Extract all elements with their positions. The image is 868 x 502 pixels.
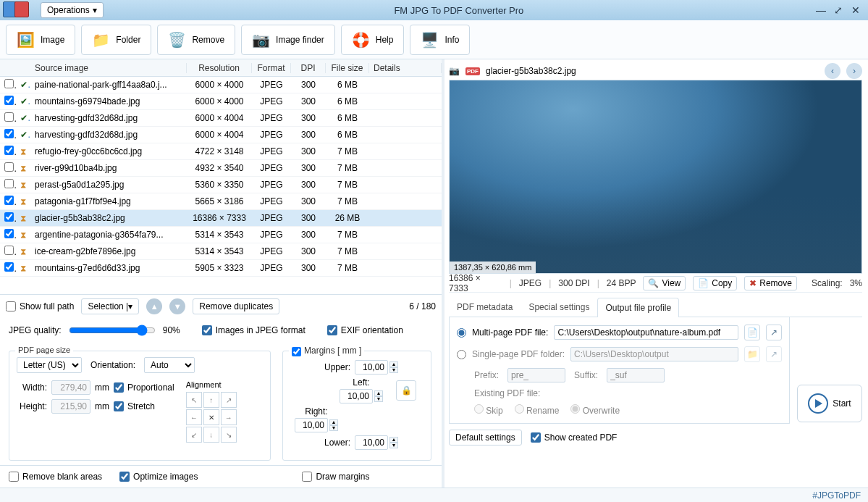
file-list[interactable]: ✔paine-national-park-gff14aa8a0.j...6000… (0, 77, 442, 294)
add-folder-button[interactable]: 📁Folder (81, 25, 151, 55)
copy-button[interactable]: 📄Copy (693, 276, 737, 290)
col-dpi[interactable]: DPI (291, 63, 326, 73)
show-full-path-checkbox[interactable]: Show full path (6, 301, 74, 311)
prefix-input[interactable] (507, 368, 565, 382)
table-row[interactable]: ⧗mountains-g7ed6d6d33.jpg5905 × 3323JPEG… (0, 260, 442, 277)
table-row[interactable]: ⧗argentine-patagonia-g3654fa79...5314 × … (0, 227, 442, 243)
rename-radio[interactable]: Rename (515, 404, 560, 416)
move-up-button[interactable]: ▲ (146, 298, 162, 314)
proportional-checkbox[interactable]: Proportional (114, 382, 174, 393)
prev-image-button[interactable]: ‹ (825, 63, 840, 79)
browse-folder-button[interactable]: 📁 (744, 346, 760, 362)
table-row[interactable]: ⧗refugio-frey-g0cc6bc6cd.jpg4722 × 3148J… (0, 143, 442, 160)
col-details[interactable]: Details (369, 63, 442, 73)
view-button[interactable]: 🔍View (643, 276, 686, 290)
margins-enable-checkbox[interactable] (292, 347, 301, 356)
row-checkbox[interactable] (4, 262, 14, 272)
move-down-button[interactable]: ▼ (169, 298, 185, 314)
skip-radio[interactable]: Skip (474, 404, 503, 416)
duplicate-check-icon: ✔ (16, 96, 30, 106)
height-input[interactable] (51, 399, 90, 414)
tab-pdf-metadata[interactable]: PDF metadata (449, 297, 521, 317)
browse-pdf-button[interactable]: 📄 (744, 325, 760, 340)
show-created-pdf-checkbox[interactable]: Show created PDF (531, 432, 618, 443)
row-checkbox[interactable] (4, 96, 14, 105)
row-dpi: 300 (291, 263, 326, 273)
maximize-button[interactable]: ⤢ (832, 4, 845, 17)
open-folder-button-2[interactable]: ↗ (766, 346, 782, 362)
margin-left-input[interactable]: ▲▼ (340, 389, 383, 403)
start-button[interactable]: Start (797, 385, 862, 422)
preview-area[interactable]: 1387,35 × 620,86 mm (449, 80, 862, 274)
margin-lower-input[interactable]: ▲▼ (355, 435, 398, 450)
row-format: JPEG (252, 80, 291, 90)
overwrite-radio[interactable]: Overwrite (570, 404, 620, 416)
row-filename: harvesting-gdfd32d68d.jpg (30, 130, 187, 140)
col-resolution[interactable]: Resolution (187, 63, 252, 73)
draw-margins-checkbox[interactable]: Draw margins (302, 472, 369, 482)
col-format[interactable]: Format (252, 63, 291, 73)
selection-menu[interactable]: Selection |▾ (81, 298, 139, 314)
minimize-button[interactable]: — (814, 4, 827, 17)
default-settings-button[interactable]: Default settings (449, 430, 522, 445)
col-size[interactable]: File size (326, 63, 369, 73)
page-size-select[interactable]: Letter (US) (17, 357, 82, 373)
help-button[interactable]: 🛟Help (341, 25, 405, 55)
multi-page-radio[interactable] (457, 328, 466, 338)
table-row[interactable]: ✔harvesting-gdfd32d68d.jpg6000 × 4004JPE… (0, 127, 442, 143)
operations-menu[interactable]: Operations ▾ (41, 2, 104, 18)
row-format: JPEG (252, 113, 291, 123)
row-filename: refugio-frey-g0cc6bc6cd.jpg (30, 146, 187, 156)
row-checkbox[interactable] (4, 146, 14, 155)
row-checkbox[interactable] (4, 179, 14, 188)
multi-page-path-input[interactable] (554, 325, 738, 340)
lock-margins-button[interactable]: 🔒 (396, 380, 416, 401)
info-button[interactable]: 🖥️Info (410, 25, 470, 55)
table-row[interactable]: ⧗glacier-g5b3ab38c2.jpg16386 × 7333JPEG3… (0, 210, 442, 227)
stretch-checkbox[interactable]: Stretch (114, 401, 155, 411)
suffix-input[interactable] (607, 368, 665, 382)
table-row[interactable]: ⧗ice-cream-g2bfe7896e.jpg5314 × 3543JPEG… (0, 243, 442, 260)
table-row[interactable]: ✔harvesting-gdfd32d68d.jpg6000 × 4004JPE… (0, 110, 442, 127)
single-page-path-input[interactable] (570, 347, 738, 361)
title-bar: Operations ▾ FM JPG To PDF Converter Pro… (0, 0, 868, 20)
remove-button[interactable]: 🗑️Remove (157, 25, 235, 55)
next-image-button[interactable]: › (846, 63, 862, 79)
width-input[interactable] (51, 380, 90, 395)
exif-orientation-checkbox[interactable]: EXIF orientation (327, 325, 403, 335)
remove-blank-checkbox[interactable]: Remove blank areas (9, 472, 102, 482)
duplicate-check-icon: ✔ (16, 80, 30, 90)
row-checkbox[interactable] (4, 229, 14, 238)
row-checkbox[interactable] (4, 162, 14, 172)
image-finder-button[interactable]: 📷Image finder (241, 25, 335, 55)
jpeg-quality-slider[interactable] (69, 325, 156, 336)
single-page-radio[interactable] (457, 350, 466, 359)
tab-special-settings[interactable]: Special settings (521, 297, 597, 317)
optimize-images-checkbox[interactable]: Optimize images (119, 472, 198, 482)
close-button[interactable]: ✕ (849, 4, 862, 17)
margin-upper-input[interactable]: ▲▼ (355, 360, 398, 375)
row-checkbox[interactable] (4, 196, 14, 205)
col-source[interactable]: Source image (30, 63, 187, 73)
jpeg-format-checkbox[interactable]: Images in JPEG format (202, 325, 306, 335)
alignment-grid[interactable]: ↖↑↗ ←✕→ ↙↓↘ (186, 392, 237, 443)
margin-right-input[interactable]: ▲▼ (295, 418, 338, 432)
hashtag-link[interactable]: #JPGToPDF (812, 490, 861, 501)
row-checkbox[interactable] (4, 79, 14, 88)
remove-duplicates-button[interactable]: Remove duplicates (193, 298, 279, 314)
remove-preview-button[interactable]: ✖Remove (744, 276, 797, 290)
row-checkbox[interactable] (4, 129, 14, 138)
table-row[interactable]: ⧗river-g99d10ba4b.jpg4932 × 3540JPEG3007… (0, 160, 442, 177)
operations-label: Operations (47, 5, 90, 15)
table-row[interactable]: ✔paine-national-park-gff14aa8a0.j...6000… (0, 77, 442, 93)
row-checkbox[interactable] (4, 212, 14, 222)
row-checkbox[interactable] (4, 112, 14, 122)
tab-output-profile[interactable]: Output file profile (597, 298, 679, 317)
orientation-select[interactable]: Auto (144, 357, 195, 373)
open-folder-button[interactable]: ↗ (766, 325, 782, 340)
table-row[interactable]: ⧗patagonia-g1f7fbf9e4.jpg5665 × 3186JPEG… (0, 193, 442, 210)
table-row[interactable]: ✔mountains-g69794bade.jpg6000 × 4000JPEG… (0, 93, 442, 110)
row-checkbox[interactable] (4, 246, 14, 255)
add-image-button[interactable]: 🖼️Image (6, 25, 75, 55)
table-row[interactable]: ⧗perast-g5a0d1a295.jpg5360 × 3350JPEG300… (0, 177, 442, 193)
